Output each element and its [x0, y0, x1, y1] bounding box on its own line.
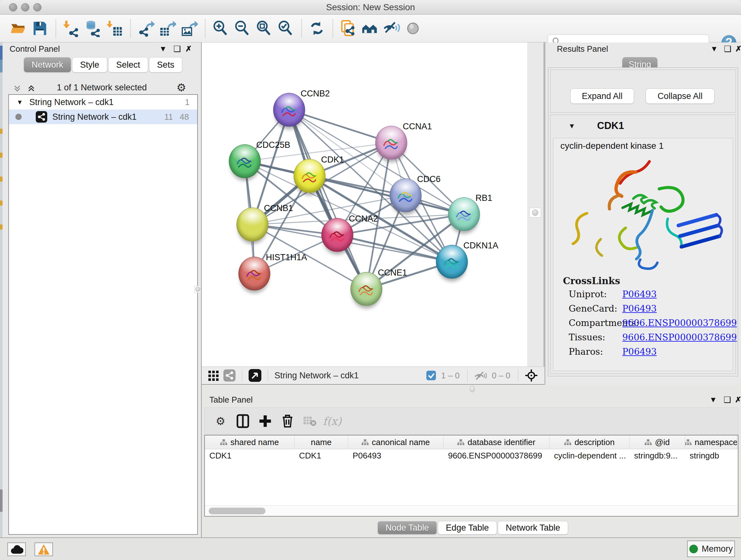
- save-session-icon[interactable]: [30, 19, 49, 38]
- shared-column-icon: [645, 437, 652, 447]
- float-panel-icon[interactable]: ❑: [172, 44, 183, 53]
- tab-edge-table[interactable]: Edge Table: [438, 521, 497, 535]
- scrollbar-thumb[interactable]: [209, 508, 266, 514]
- crosslink-link[interactable]: 9606.ENSP00000378699: [622, 332, 737, 343]
- column-header-canonical-name[interactable]: canonical name: [348, 435, 444, 449]
- network-canvas[interactable]: CCNB2CCNA1CDC25BCDK1CDC6RB1CCNB1CCNA2CDK…: [202, 43, 527, 367]
- zoom-out-icon[interactable]: [233, 19, 252, 38]
- import-table-file-icon[interactable]: [105, 19, 124, 38]
- tab-network-table[interactable]: Network Table: [498, 521, 568, 535]
- show-columns-icon[interactable]: [234, 412, 252, 430]
- crosslink-link[interactable]: P06493: [622, 347, 657, 357]
- node-structure-image: [279, 101, 300, 120]
- tab-sets[interactable]: Sets: [149, 57, 182, 72]
- application-window: Session: New Session ? Control Panel ▼ ❑…: [0, 0, 741, 560]
- column-header-database-identifier[interactable]: database identifier: [444, 435, 549, 449]
- network-node-ccnb1[interactable]: [237, 207, 268, 241]
- network-node-cdc25b[interactable]: [229, 144, 261, 178]
- column-header-shared-name[interactable]: shared name: [205, 435, 294, 449]
- eye-disabled-icon[interactable]: [404, 19, 422, 38]
- export-image-icon[interactable]: [180, 19, 199, 38]
- expand-all-button[interactable]: Expand All: [570, 88, 634, 104]
- node-structure-image: [327, 226, 348, 245]
- zoom-fit-icon[interactable]: [255, 19, 273, 38]
- network-node-ccne1[interactable]: [350, 272, 382, 306]
- node-structure-image: [300, 167, 320, 186]
- close-panel-icon[interactable]: ✗: [733, 44, 741, 53]
- export-table-icon[interactable]: [158, 19, 177, 38]
- cloud-status-button[interactable]: [7, 543, 26, 556]
- import-network-database-icon[interactable]: [84, 19, 102, 38]
- table-toolbar: ⚙ f(x): [204, 408, 738, 435]
- shared-column-icon: [457, 437, 464, 447]
- float-panel-icon[interactable]: ❑: [722, 395, 733, 404]
- refresh-view-icon[interactable]: [308, 19, 326, 38]
- collapse-panel-icon[interactable]: ▼: [158, 44, 169, 53]
- table-horizontal-scrollbar[interactable]: [205, 505, 738, 516]
- memory-button[interactable]: Memory: [687, 541, 735, 557]
- import-network-file-icon[interactable]: [62, 19, 80, 38]
- network-share-badge-icon[interactable]: [223, 369, 235, 381]
- warning-status-button[interactable]: [35, 543, 53, 556]
- close-panel-icon[interactable]: ✗: [733, 395, 741, 404]
- column-header-name[interactable]: name: [294, 435, 348, 449]
- crosslink-link[interactable]: P06493: [622, 289, 657, 300]
- zoom-selected-icon[interactable]: [276, 19, 295, 38]
- crosslink-label: Pharos:: [569, 347, 603, 357]
- birds-eye-grid-icon[interactable]: [208, 370, 219, 381]
- table-cell: P06493: [348, 449, 444, 462]
- collapse-panel-icon[interactable]: ▼: [709, 44, 720, 53]
- title-bar: Session: New Session: [0, 0, 741, 15]
- network-node-ccna1[interactable]: [375, 126, 407, 160]
- network-node-cdkn1a[interactable]: [436, 245, 468, 279]
- fit-selected-crosshair-icon[interactable]: [525, 369, 538, 382]
- splitter-handle[interactable]: [529, 208, 541, 217]
- create-column-icon[interactable]: [256, 412, 274, 430]
- crosslink-link[interactable]: 9606.ENSP00000378699: [622, 318, 737, 328]
- splitter-handle[interactable]: [194, 286, 201, 293]
- tab-node-table[interactable]: Node Table: [378, 521, 437, 535]
- node-label-cdc25b: CDC25B: [256, 140, 290, 150]
- network-node-hist1h1a[interactable]: [239, 257, 270, 291]
- crosslink-label: Uniprot:: [569, 289, 607, 300]
- first-neighbors-icon[interactable]: [360, 19, 379, 38]
- delete-table-icon[interactable]: [301, 412, 319, 430]
- tree-expand-icon[interactable]: ▼: [17, 99, 23, 106]
- network-collection-row[interactable]: ▼ String Network – cdk1 1: [9, 95, 197, 110]
- column-header-at-id[interactable]: @id: [630, 435, 685, 449]
- crosslink-link[interactable]: P06493: [622, 303, 657, 314]
- delete-column-icon[interactable]: [279, 412, 296, 430]
- tab-style[interactable]: Style: [72, 57, 107, 72]
- hidden-eye-icon[interactable]: [474, 370, 487, 381]
- network-node-cdc6[interactable]: [390, 179, 421, 212]
- float-panel-icon[interactable]: ❑: [722, 44, 733, 53]
- network-node-cdk1[interactable]: [293, 159, 326, 193]
- tab-network[interactable]: Network: [23, 57, 71, 72]
- zoom-in-icon[interactable]: [211, 19, 230, 38]
- network-from-clipboard-icon[interactable]: [339, 19, 357, 38]
- network-row[interactable]: String Network – cdk1 11 48: [9, 110, 197, 124]
- gene-section-header[interactable]: ▼ CDK1: [550, 115, 736, 138]
- table-row[interactable]: CDK1CDK1P064939606.ENSP00000378699cyclin…: [205, 449, 738, 462]
- open-session-icon[interactable]: [9, 19, 27, 38]
- node-table: shared namenamecanonical namedatabase id…: [204, 435, 738, 516]
- column-header-namespace[interactable]: namespace: [685, 435, 737, 449]
- close-panel-icon[interactable]: ✗: [183, 44, 194, 53]
- tab-select[interactable]: Select: [108, 57, 148, 72]
- collapse-panel-icon[interactable]: ▼: [708, 395, 719, 404]
- selected-checkbox-icon[interactable]: [426, 371, 436, 380]
- memory-status-dot-icon: [689, 545, 698, 553]
- hide-unhide-icon[interactable]: [382, 19, 401, 38]
- network-options-gear-icon[interactable]: ⚙: [177, 82, 186, 93]
- horizontal-splitter[interactable]: [202, 385, 741, 393]
- function-builder-icon[interactable]: f(x): [323, 412, 341, 430]
- section-collapse-icon[interactable]: ▼: [568, 122, 576, 130]
- export-network-icon[interactable]: [137, 19, 155, 38]
- network-node-ccnb2[interactable]: [273, 93, 305, 127]
- table-options-gear-icon[interactable]: ⚙: [212, 412, 229, 430]
- network-node-rb1[interactable]: [448, 197, 480, 231]
- network-node-ccna2[interactable]: [321, 218, 353, 252]
- detach-view-icon[interactable]: [249, 369, 261, 382]
- collapse-all-button[interactable]: Collapse All: [646, 88, 715, 104]
- column-header-description[interactable]: description: [549, 435, 630, 449]
